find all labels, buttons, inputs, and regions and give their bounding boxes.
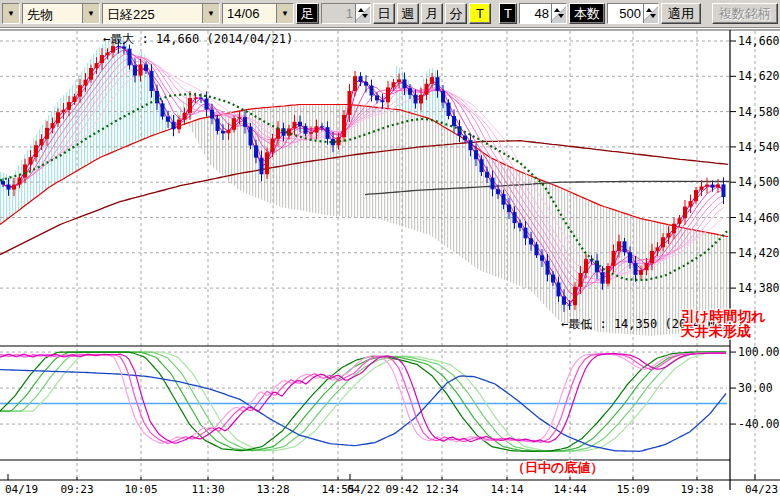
svg-text:04/19: 04/19 <box>5 483 38 496</box>
svg-text:14,500: 14,500 <box>738 175 780 189</box>
bar-interval-stepper[interactable]: 1 <box>321 3 371 24</box>
chart-canvas[interactable]: 14,66014,62014,58014,54014,50014,46014,4… <box>0 0 780 500</box>
chevron-down-icon: ▼ <box>82 4 99 23</box>
svg-text:10:05: 10:05 <box>124 483 157 496</box>
svg-text:14,620: 14,620 <box>738 69 780 83</box>
chevron-down-icon: ▼ <box>276 4 293 23</box>
bar-count-value: 500 <box>608 4 643 23</box>
svg-text:100.00: 100.00 <box>738 345 780 359</box>
svg-text:30.00: 30.00 <box>738 381 773 395</box>
tab-weekly[interactable]: 週 <box>397 3 419 24</box>
svg-text:14,660: 14,660 <box>738 34 780 48</box>
symbol-value: 日経225 <box>103 4 202 23</box>
svg-text:04/23: 04/23 <box>745 483 778 496</box>
tick-size-value: 48 <box>520 4 551 23</box>
symbol-select[interactable]: 日経225 ▼ <box>102 3 220 24</box>
tick-size-label: T <box>499 3 517 24</box>
svg-text:14,540: 14,540 <box>738 140 780 154</box>
chart-application-window: 14,66014,62014,58014,54014,50014,46014,4… <box>0 0 780 500</box>
svg-text:11:30: 11:30 <box>191 483 224 496</box>
instrument-category-select[interactable]: 先物 ▼ <box>22 3 100 24</box>
svg-text:14:44: 14:44 <box>553 483 586 496</box>
svg-text:09:23: 09:23 <box>60 483 93 496</box>
contract-month-value: 14/06 <box>223 4 276 23</box>
spinner-icon[interactable] <box>551 4 566 23</box>
alert-line-2: 天井未形成 <box>681 324 766 339</box>
svg-text:12:34: 12:34 <box>425 483 458 496</box>
alert-line-1: 引け時間切れ <box>681 309 766 324</box>
bar-count-stepper[interactable]: 500 <box>607 3 659 24</box>
svg-text:15:09: 15:09 <box>616 483 649 496</box>
tab-daily[interactable]: 日 <box>373 3 395 24</box>
tab-tick[interactable]: T <box>469 3 491 24</box>
multi-symbol-button[interactable]: 複数銘柄 <box>712 3 778 24</box>
tab-monthly[interactable]: 月 <box>421 3 443 24</box>
svg-text:14,580: 14,580 <box>738 105 780 119</box>
instrument-category-value: 先物 <box>23 4 82 23</box>
chevron-down-icon: ▼ <box>3 4 19 23</box>
svg-text:14,420: 14,420 <box>738 246 780 260</box>
tick-size-stepper[interactable]: 48 <box>519 3 567 24</box>
chevron-down-icon: ▼ <box>202 4 219 23</box>
alert-annotation: 引け時間切れ 天井未形成 <box>681 309 766 339</box>
apply-button[interactable]: 適用 <box>661 3 701 24</box>
spinner-icon[interactable] <box>355 4 370 23</box>
bar-interval-value: 1 <box>322 4 355 23</box>
svg-text:09:42: 09:42 <box>385 483 418 496</box>
svg-text:14,380: 14,380 <box>738 281 780 295</box>
spinner-icon[interactable] <box>643 4 658 23</box>
contract-month-select[interactable]: 14/06 ▼ <box>222 3 294 24</box>
bar-count-label: 本数 <box>569 3 605 24</box>
mini-dropdown[interactable]: ▼ <box>2 3 20 24</box>
tab-minute[interactable]: 分 <box>445 3 467 24</box>
svg-text:04/22: 04/22 <box>347 483 380 496</box>
intraday-low-note: （日中の底値） <box>512 460 603 475</box>
max-price-annotation: ←最大 : 14,660 (2014/04/21) <box>103 31 293 48</box>
bar-type-label: 足 <box>296 3 319 24</box>
toolbar: ▼ 先物 ▼ 日経225 ▼ 14/06 ▼ 足 1 日 週 月 分 T T 4… <box>0 0 780 28</box>
svg-text:-40.00: -40.00 <box>738 417 780 431</box>
svg-text:19:38: 19:38 <box>680 483 713 496</box>
svg-text:13:28: 13:28 <box>256 483 289 496</box>
svg-text:14,460: 14,460 <box>738 211 780 225</box>
svg-text:14:14: 14:14 <box>490 483 523 496</box>
